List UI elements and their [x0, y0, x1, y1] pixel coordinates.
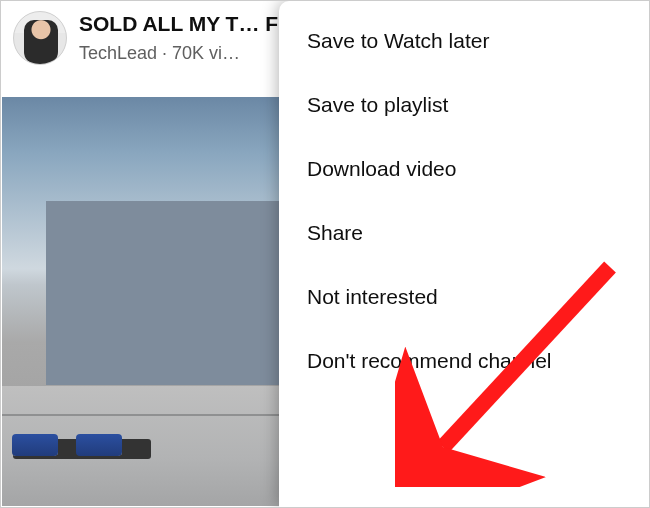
menu-item-watch-later[interactable]: Save to Watch later — [279, 9, 649, 73]
channel-avatar[interactable] — [13, 11, 67, 65]
menu-item-save-playlist[interactable]: Save to playlist — [279, 73, 649, 137]
menu-item-dont-recommend[interactable]: Don't recommend channel — [279, 329, 649, 395]
view-count: 70K vi… — [172, 43, 240, 63]
meta-separator: · — [157, 43, 172, 63]
thumbnail-vehicles — [12, 434, 162, 468]
channel-name: TechLead — [79, 43, 157, 63]
context-menu: Save to Watch later Save to playlist Dow… — [279, 1, 649, 507]
menu-item-not-interested[interactable]: Not interested — [279, 265, 649, 329]
menu-item-share[interactable]: Share — [279, 201, 649, 265]
menu-item-download[interactable]: Download video — [279, 137, 649, 201]
